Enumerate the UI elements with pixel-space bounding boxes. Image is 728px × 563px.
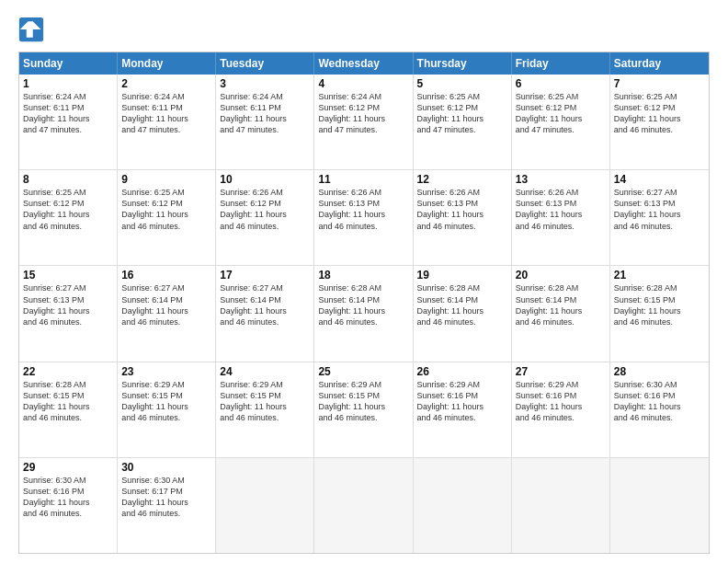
table-row: 20Sunrise: 6:28 AM Sunset: 6:14 PM Dayli… [512,266,610,361]
day-number: 16 [121,269,211,282]
day-info: Sunrise: 6:25 AM Sunset: 6:12 PM Dayligh… [121,187,211,232]
day-info: Sunrise: 6:25 AM Sunset: 6:12 PM Dayligh… [23,187,113,232]
table-row: 6Sunrise: 6:25 AM Sunset: 6:12 PM Daylig… [512,75,610,169]
day-number: 28 [614,365,705,378]
day-number: 14 [614,173,705,186]
table-row: 18Sunrise: 6:28 AM Sunset: 6:14 PM Dayli… [314,266,413,361]
day-number: 29 [23,461,113,474]
table-row: 13Sunrise: 6:26 AM Sunset: 6:13 PM Dayli… [512,170,610,265]
day-number: 23 [121,365,211,378]
day-info: Sunrise: 6:29 AM Sunset: 6:15 PM Dayligh… [220,379,310,424]
day-number: 10 [220,173,310,186]
day-info: Sunrise: 6:28 AM Sunset: 6:14 PM Dayligh… [417,282,507,327]
table-row: 25Sunrise: 6:29 AM Sunset: 6:15 PM Dayli… [314,362,413,457]
day-number: 30 [121,461,211,474]
header-day-sunday: Sunday [19,52,118,75]
day-number: 15 [23,269,113,282]
day-info: Sunrise: 6:28 AM Sunset: 6:14 PM Dayligh… [318,282,408,327]
table-row: 28Sunrise: 6:30 AM Sunset: 6:16 PM Dayli… [610,362,709,457]
table-row: 11Sunrise: 6:26 AM Sunset: 6:13 PM Dayli… [314,170,413,265]
day-info: Sunrise: 6:25 AM Sunset: 6:12 PM Dayligh… [417,91,507,136]
day-info: Sunrise: 6:25 AM Sunset: 6:12 PM Dayligh… [516,91,606,136]
day-number: 2 [121,77,211,90]
day-info: Sunrise: 6:28 AM Sunset: 6:15 PM Dayligh… [23,379,113,424]
table-row: 26Sunrise: 6:29 AM Sunset: 6:16 PM Dayli… [414,362,512,457]
day-number: 20 [516,269,606,282]
day-info: Sunrise: 6:26 AM Sunset: 6:13 PM Dayligh… [516,187,606,232]
header [18,17,710,42]
day-info: Sunrise: 6:27 AM Sunset: 6:13 PM Dayligh… [23,282,113,327]
table-row: 24Sunrise: 6:29 AM Sunset: 6:15 PM Dayli… [216,362,314,457]
day-number: 5 [417,77,507,90]
day-info: Sunrise: 6:28 AM Sunset: 6:14 PM Dayligh… [516,282,606,327]
day-number: 4 [318,77,408,90]
day-info: Sunrise: 6:26 AM Sunset: 6:13 PM Dayligh… [417,187,507,232]
table-row: 19Sunrise: 6:28 AM Sunset: 6:14 PM Dayli… [414,266,512,361]
day-info: Sunrise: 6:29 AM Sunset: 6:15 PM Dayligh… [318,379,408,424]
day-number: 21 [614,269,705,282]
calendar-week-5: 29Sunrise: 6:30 AM Sunset: 6:16 PM Dayli… [19,458,709,553]
day-info: Sunrise: 6:24 AM Sunset: 6:11 PM Dayligh… [121,91,211,136]
header-day-friday: Friday [512,52,610,75]
day-number: 12 [417,173,507,186]
day-number: 18 [318,269,408,282]
day-info: Sunrise: 6:30 AM Sunset: 6:16 PM Dayligh… [614,379,705,424]
table-row: 22Sunrise: 6:28 AM Sunset: 6:15 PM Dayli… [19,362,118,457]
table-row [314,458,413,553]
logo-icon [18,17,44,42]
day-number: 11 [318,173,408,186]
header-day-thursday: Thursday [414,52,512,75]
day-info: Sunrise: 6:29 AM Sunset: 6:15 PM Dayligh… [121,379,211,424]
table-row: 1Sunrise: 6:24 AM Sunset: 6:11 PM Daylig… [19,75,118,169]
table-row [216,458,314,553]
table-row: 10Sunrise: 6:26 AM Sunset: 6:12 PM Dayli… [216,170,314,265]
day-info: Sunrise: 6:29 AM Sunset: 6:16 PM Dayligh… [516,379,606,424]
day-info: Sunrise: 6:28 AM Sunset: 6:15 PM Dayligh… [614,282,705,327]
day-number: 22 [23,365,113,378]
day-info: Sunrise: 6:27 AM Sunset: 6:14 PM Dayligh… [220,282,310,327]
table-row: 9Sunrise: 6:25 AM Sunset: 6:12 PM Daylig… [118,170,216,265]
logo [18,17,48,42]
table-row: 29Sunrise: 6:30 AM Sunset: 6:16 PM Dayli… [19,458,118,553]
day-number: 1 [23,77,113,90]
table-row: 5Sunrise: 6:25 AM Sunset: 6:12 PM Daylig… [414,75,512,169]
day-number: 27 [516,365,606,378]
calendar-week-2: 8Sunrise: 6:25 AM Sunset: 6:12 PM Daylig… [19,170,709,266]
table-row: 7Sunrise: 6:25 AM Sunset: 6:12 PM Daylig… [610,75,709,169]
day-info: Sunrise: 6:27 AM Sunset: 6:14 PM Dayligh… [121,282,211,327]
header-day-wednesday: Wednesday [314,52,413,75]
day-info: Sunrise: 6:26 AM Sunset: 6:12 PM Dayligh… [220,187,310,232]
day-info: Sunrise: 6:27 AM Sunset: 6:13 PM Dayligh… [614,187,705,232]
calendar-week-3: 15Sunrise: 6:27 AM Sunset: 6:13 PM Dayli… [19,266,709,362]
table-row: 17Sunrise: 6:27 AM Sunset: 6:14 PM Dayli… [216,266,314,361]
calendar-header: SundayMondayTuesdayWednesdayThursdayFrid… [19,52,709,75]
page: SundayMondayTuesdayWednesdayThursdayFrid… [0,0,728,563]
day-info: Sunrise: 6:26 AM Sunset: 6:13 PM Dayligh… [318,187,408,232]
calendar-week-4: 22Sunrise: 6:28 AM Sunset: 6:15 PM Dayli… [19,362,709,458]
calendar: SundayMondayTuesdayWednesdayThursdayFrid… [18,52,710,554]
day-info: Sunrise: 6:24 AM Sunset: 6:12 PM Dayligh… [318,91,408,136]
table-row: 8Sunrise: 6:25 AM Sunset: 6:12 PM Daylig… [19,170,118,265]
table-row: 4Sunrise: 6:24 AM Sunset: 6:12 PM Daylig… [314,75,413,169]
day-info: Sunrise: 6:24 AM Sunset: 6:11 PM Dayligh… [23,91,113,136]
day-info: Sunrise: 6:30 AM Sunset: 6:17 PM Dayligh… [121,475,211,520]
table-row: 12Sunrise: 6:26 AM Sunset: 6:13 PM Dayli… [414,170,512,265]
table-row [512,458,610,553]
table-row: 16Sunrise: 6:27 AM Sunset: 6:14 PM Dayli… [118,266,216,361]
day-number: 19 [417,269,507,282]
day-number: 26 [417,365,507,378]
calendar-body: 1Sunrise: 6:24 AM Sunset: 6:11 PM Daylig… [19,75,709,553]
header-day-monday: Monday [118,52,216,75]
table-row: 21Sunrise: 6:28 AM Sunset: 6:15 PM Dayli… [610,266,709,361]
day-number: 3 [220,77,310,90]
table-row: 15Sunrise: 6:27 AM Sunset: 6:13 PM Dayli… [19,266,118,361]
table-row: 14Sunrise: 6:27 AM Sunset: 6:13 PM Dayli… [610,170,709,265]
day-number: 9 [121,173,211,186]
table-row: 2Sunrise: 6:24 AM Sunset: 6:11 PM Daylig… [118,75,216,169]
table-row [610,458,709,553]
day-number: 24 [220,365,310,378]
header-day-saturday: Saturday [610,52,709,75]
table-row: 3Sunrise: 6:24 AM Sunset: 6:11 PM Daylig… [216,75,314,169]
table-row: 23Sunrise: 6:29 AM Sunset: 6:15 PM Dayli… [118,362,216,457]
table-row: 27Sunrise: 6:29 AM Sunset: 6:16 PM Dayli… [512,362,610,457]
